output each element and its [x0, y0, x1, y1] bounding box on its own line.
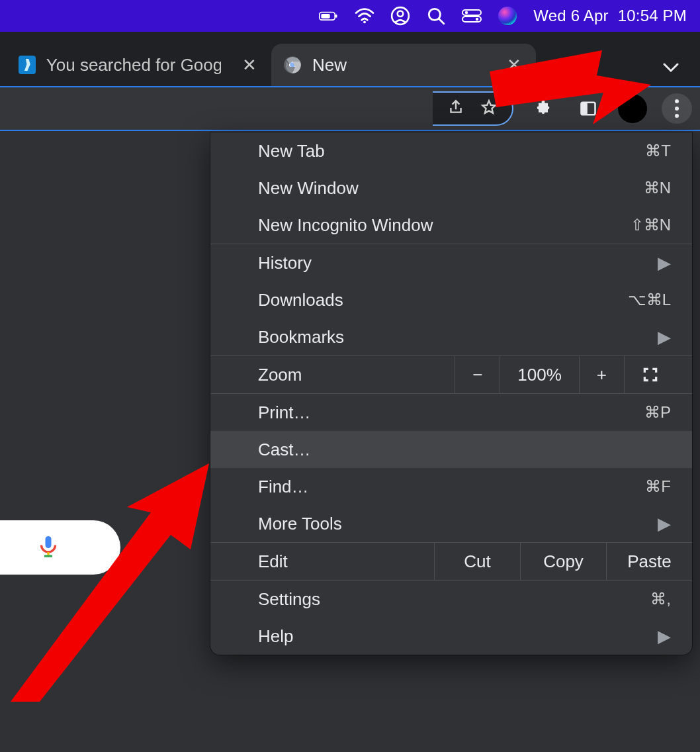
menu-bookmarks[interactable]: Bookmarks ▶ — [210, 318, 692, 355]
menu-label: Cast… — [258, 440, 671, 460]
svg-point-11 — [476, 18, 478, 21]
edit-paste-button[interactable]: Paste — [606, 543, 692, 580]
control-center-icon[interactable] — [462, 6, 482, 26]
zoom-out-button[interactable]: − — [455, 356, 500, 393]
browser-toolbar — [0, 86, 700, 130]
menu-cast[interactable]: Cast… — [210, 431, 692, 468]
menubar-time-text: 10:54 PM — [618, 7, 687, 25]
new-tab-button[interactable]: ＋ — [554, 49, 586, 81]
menu-label: Edit — [210, 543, 434, 580]
tab-item-0[interactable]: You searched for Google ✕ — [7, 44, 271, 86]
menu-new-window[interactable]: New Window ⌘N — [210, 169, 692, 207]
tab-title: New Tab — [312, 55, 348, 75]
svg-rect-1 — [322, 14, 330, 19]
menu-print[interactable]: Print… ⌘P — [210, 394, 692, 431]
edit-cut-button[interactable]: Cut — [434, 543, 520, 580]
menubar-datetime[interactable]: Wed 6 Apr 10:54 PM — [533, 7, 687, 25]
menu-settings[interactable]: Settings ⌘, — [210, 581, 692, 618]
svg-line-7 — [439, 19, 445, 23]
favicon-icon — [19, 56, 36, 74]
svg-point-9 — [465, 11, 468, 14]
menu-label: Print… — [258, 402, 644, 423]
fullscreen-button[interactable] — [625, 356, 676, 393]
user-icon[interactable] — [390, 6, 410, 26]
menu-downloads[interactable]: Downloads ⌥⌘L — [210, 281, 692, 318]
extensions-icon[interactable] — [528, 93, 558, 124]
zoom-value: 100% — [500, 356, 580, 393]
svg-rect-2 — [335, 15, 337, 18]
chrome-menu-button[interactable] — [662, 93, 692, 124]
submenu-arrow-icon: ▶ — [658, 626, 671, 647]
menu-shortcut: ⌘F — [645, 477, 671, 496]
menu-shortcut: ⌘P — [644, 403, 671, 422]
chrome-overflow-menu: New Tab ⌘T New Window ⌘N New Incognito W… — [210, 132, 692, 655]
tab-item-1[interactable]: New Tab ✕ — [271, 44, 536, 86]
menu-help[interactable]: Help ▶ — [210, 618, 692, 655]
menu-label: New Tab — [258, 141, 645, 162]
menu-shortcut: ⌥⌘L — [628, 291, 671, 309]
edit-copy-button[interactable]: Copy — [520, 543, 606, 580]
tab-list-dropdown[interactable] — [662, 61, 680, 77]
menu-more-tools[interactable]: More Tools ▶ — [210, 505, 692, 542]
siri-icon[interactable] — [498, 6, 517, 26]
menubar-date-text: Wed 6 Apr — [533, 7, 608, 25]
menu-history[interactable]: History ▶ — [210, 244, 692, 281]
profile-avatar[interactable] — [618, 94, 647, 123]
side-panel-icon[interactable] — [573, 93, 603, 124]
menu-shortcut: ⌘N — [644, 179, 671, 197]
submenu-arrow-icon: ▶ — [658, 253, 671, 273]
tab-close-button[interactable]: ✕ — [240, 52, 259, 78]
macos-menubar: Wed 6 Apr 10:54 PM — [0, 0, 700, 32]
menu-label: Help — [258, 626, 658, 647]
zoom-in-button[interactable]: + — [580, 356, 625, 393]
menu-incognito[interactable]: New Incognito Window ⇧⌘N — [210, 207, 692, 244]
svg-rect-16 — [582, 103, 588, 115]
tab-title: You searched for Google — [46, 55, 221, 75]
bookmark-star-icon[interactable] — [480, 99, 498, 118]
svg-point-5 — [398, 11, 404, 17]
menu-zoom: Zoom − 100% + — [210, 356, 692, 393]
omnibox-actions — [433, 91, 513, 126]
chrome-favicon-icon — [283, 56, 302, 74]
menu-label: More Tools — [258, 514, 658, 534]
menu-label: Downloads — [258, 290, 628, 310]
menu-label: New Incognito Window — [258, 215, 631, 236]
menu-label: Settings — [258, 589, 650, 610]
menu-shortcut: ⌘, — [650, 590, 671, 608]
menu-label: Find… — [258, 477, 645, 497]
menu-label: History — [258, 253, 658, 273]
menu-shortcut: ⇧⌘N — [631, 216, 671, 234]
share-icon[interactable] — [447, 99, 464, 118]
submenu-arrow-icon: ▶ — [658, 327, 671, 348]
spotlight-icon[interactable] — [426, 6, 446, 26]
menu-shortcut: ⌘T — [645, 142, 671, 160]
menu-edit-row: Edit Cut Copy Paste — [210, 543, 692, 580]
menu-find[interactable]: Find… ⌘F — [210, 468, 692, 505]
wifi-icon[interactable] — [355, 6, 374, 26]
menu-label: New Window — [258, 178, 644, 199]
voice-search-icon[interactable] — [36, 534, 60, 561]
submenu-arrow-icon: ▶ — [658, 514, 671, 534]
tab-close-button[interactable]: ✕ — [504, 52, 524, 78]
svg-rect-17 — [46, 536, 52, 548]
menu-new-tab[interactable]: New Tab ⌘T — [210, 132, 692, 169]
svg-point-3 — [363, 21, 366, 24]
battery-icon[interactable] — [319, 6, 339, 26]
menu-label: Bookmarks — [258, 327, 658, 348]
tab-strip: You searched for Google ✕ New Tab ✕ ＋ — [0, 32, 700, 86]
google-search-pill[interactable] — [0, 520, 120, 575]
menu-label: Zoom — [258, 365, 455, 385]
